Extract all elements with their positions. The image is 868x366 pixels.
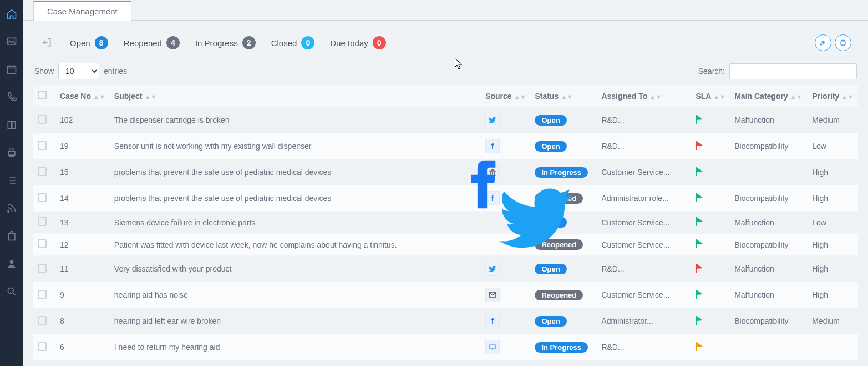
search-label: Search: [698, 67, 725, 76]
row-checkbox[interactable] [38, 141, 47, 150]
col-source[interactable]: Source▲▼ [481, 85, 530, 107]
table-row[interactable]: 15problems that prevent the safe use of … [33, 159, 858, 185]
cell-assigned: R&D... [597, 107, 691, 133]
cell-subject: I need to return my hearing aid [110, 334, 481, 360]
cell-status: Reopened [530, 282, 597, 308]
table-row[interactable]: 102The dispenser cartridge is brokenOpen… [33, 107, 858, 133]
table-row[interactable]: 9hearing aid has noiseReopenedCustomer S… [33, 282, 858, 308]
cell-source [481, 282, 530, 308]
col-status[interactable]: Status▲▼ [530, 85, 597, 107]
sidebar-search[interactable] [0, 280, 23, 303]
sidebar-image[interactable] [0, 30, 23, 53]
svg-rect-4 [8, 234, 15, 240]
cell-subject: hearing aid has noise [110, 282, 481, 308]
main: Case Management Open 8 Reopened 4 In Pro… [23, 0, 868, 366]
status-closed[interactable]: Closed 0 [271, 36, 315, 49]
sla-flag-icon [696, 316, 703, 327]
cell-source: f [481, 133, 530, 159]
search-box: Search: [698, 63, 857, 79]
sidebar-calendar[interactable] [0, 58, 23, 81]
cell-source [481, 234, 530, 256]
status-reopened[interactable]: Reopened 4 [124, 36, 180, 49]
status-duetoday[interactable]: Due today 0 [330, 36, 385, 49]
table-row[interactable]: 11Very dissatisfied with your productOpe… [33, 256, 858, 282]
status-reopened-count: 4 [166, 36, 180, 49]
cell-subject: hearing aid left ear wire broken [110, 308, 481, 334]
cell-sla [691, 159, 730, 185]
status-duetoday-label: Due today [330, 38, 368, 48]
table-row[interactable]: 14problems that prevent the safe use of … [33, 185, 858, 212]
search-input[interactable] [729, 63, 857, 79]
row-checkbox[interactable] [38, 290, 47, 299]
cell-category: Biocompatibility [730, 308, 808, 334]
status-inprogress[interactable]: In Progress 2 [195, 36, 256, 49]
row-checkbox[interactable] [38, 167, 47, 176]
sidebar-bag[interactable] [0, 224, 23, 248]
status-duetoday-count: 0 [373, 36, 386, 49]
table-row[interactable]: 19Sensor unit is not working with my exi… [33, 133, 858, 159]
col-caseno[interactable]: Case No▲▼ [55, 85, 110, 107]
show-entries: Show 10 entries [34, 63, 127, 79]
cell-sla [691, 308, 730, 334]
print-button[interactable] [835, 34, 851, 51]
cell-category: Biocompatibility [730, 133, 808, 159]
col-sla[interactable]: SLA▲▼ [691, 85, 730, 107]
facebook-icon: f [485, 314, 500, 328]
sla-flag-icon [696, 193, 703, 204]
col-assigned[interactable]: Assigned To▲▼ [597, 85, 691, 107]
col-subject[interactable]: Subject▲▼ [110, 85, 481, 107]
row-checkbox[interactable] [38, 115, 47, 124]
web-icon [485, 340, 500, 354]
status-pill: Reopened [535, 239, 583, 250]
sidebar-user[interactable] [0, 252, 23, 275]
status-inprogress-count: 2 [242, 36, 256, 49]
twitter-icon [485, 113, 500, 127]
cell-source [481, 334, 530, 360]
cell-assigned: Customer Service... [597, 282, 691, 308]
status-closed-label: Closed [271, 38, 297, 48]
status-open[interactable]: Open 8 [70, 36, 108, 49]
cell-subject: Siemens device failure in electronic par… [110, 212, 481, 234]
svg-point-3 [8, 211, 9, 213]
cell-priority: High [808, 282, 858, 308]
cell-source: f [481, 308, 530, 334]
cell-priority: High [808, 256, 858, 282]
exit-icon[interactable] [41, 37, 52, 49]
cell-subject: problems that prevent the safe use of pe… [110, 159, 481, 185]
cell-caseno: 11 [55, 256, 110, 282]
row-checkbox[interactable] [38, 193, 47, 202]
sidebar-print[interactable] [0, 141, 23, 164]
table-row[interactable]: 8hearing aid left ear wire brokenfOpenAd… [33, 308, 858, 334]
col-category[interactable]: Main Category▲▼ [730, 85, 808, 107]
table-row[interactable]: 6I need to return my hearing aidIn Progr… [33, 334, 858, 360]
cell-sla [691, 133, 730, 159]
svg-point-5 [10, 260, 14, 264]
row-checkbox[interactable] [38, 217, 47, 226]
settings-wrench-button[interactable] [815, 34, 831, 51]
entries-select[interactable]: 10 [58, 63, 99, 79]
row-checkbox[interactable] [38, 316, 47, 325]
cell-subject: Sensor unit is not working with my exist… [110, 133, 481, 159]
cell-category: Malfunction [730, 107, 808, 133]
sidebar-book[interactable] [0, 113, 23, 137]
sidebar-phone[interactable] [0, 86, 23, 109]
cell-status: Reopened [530, 234, 597, 256]
sidebar-list[interactable] [0, 169, 23, 192]
tab-case-management[interactable]: Case Management [33, 1, 131, 21]
sidebar-rss[interactable] [0, 197, 23, 220]
cell-sla [691, 107, 730, 133]
col-priority[interactable]: Priority▲▼ [808, 85, 858, 107]
row-checkbox[interactable] [38, 264, 47, 273]
svg-point-6 [8, 288, 13, 293]
cell-category: Malfunction [730, 212, 808, 234]
table-row[interactable]: 13Siemens device failure in electronic p… [33, 212, 858, 234]
table-row[interactable]: 12Patient was fitted with device last we… [33, 234, 858, 256]
cell-status: Open [530, 133, 597, 159]
row-checkbox[interactable] [38, 342, 47, 351]
sidebar-home[interactable] [0, 2, 23, 26]
sla-flag-icon [696, 141, 703, 152]
status-open-count: 8 [95, 36, 108, 49]
select-all-checkbox[interactable] [38, 91, 47, 99]
row-checkbox[interactable] [38, 239, 47, 248]
status-pill: Open [535, 264, 566, 274]
